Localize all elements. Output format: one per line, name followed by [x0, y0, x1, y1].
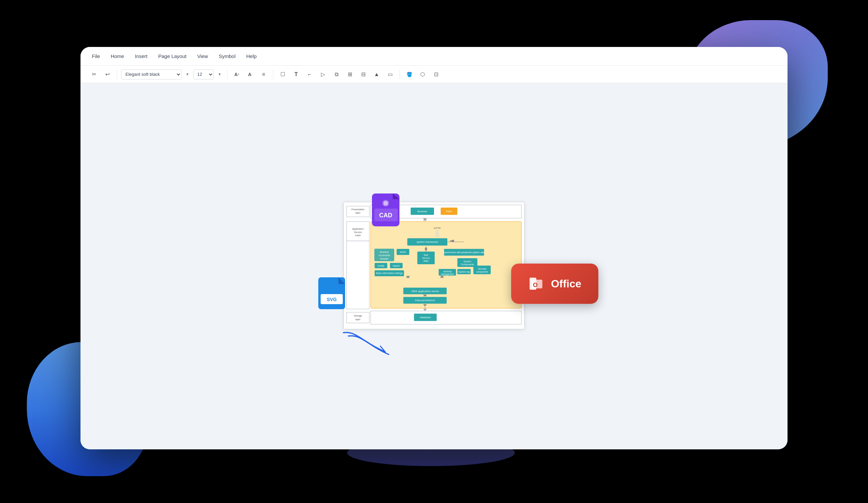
svg-rect-76: [371, 311, 521, 324]
elbow-icon[interactable]: ⌐: [304, 69, 315, 80]
svg-text:SVG: SVG: [327, 297, 337, 302]
svg-text:database: database: [420, 316, 431, 319]
svg-text:Service/: Service/: [422, 257, 430, 259]
svg-text:system framework: system framework: [416, 240, 438, 243]
menu-insert[interactable]: Insert: [134, 52, 148, 60]
align-icon[interactable]: ≡: [258, 69, 269, 80]
svg-text:PDA: PDA: [446, 210, 452, 213]
svg-text:Browser: Browser: [417, 210, 427, 213]
svg-text:Security: Security: [478, 268, 487, 270]
svg-text:component: component: [476, 271, 488, 273]
blue-arrow-decoration: [337, 329, 390, 357]
svg-file-icon: SVG: [317, 276, 357, 319]
font-name-select[interactable]: Elegant soft black: [121, 70, 182, 80]
mountain-icon[interactable]: ▲: [371, 69, 382, 80]
rect2-icon[interactable]: ▭: [385, 69, 395, 80]
shape-outline-icon[interactable]: ⬡: [417, 69, 428, 80]
svg-text:Basic information settings: Basic information settings: [376, 272, 403, 275]
fill-color-icon[interactable]: 🪣: [404, 69, 415, 80]
app-window: File Home Insert Page Layout View Symbol…: [81, 47, 787, 449]
rectangle-icon[interactable]: ☐: [277, 69, 288, 80]
toolbar-separator-3: [273, 70, 273, 79]
decrease-font-icon[interactable]: A-: [245, 69, 256, 80]
svg-text:Web: Web: [424, 254, 428, 256]
menu-home[interactable]: Home: [110, 52, 125, 60]
text-icon[interactable]: T: [291, 69, 301, 80]
canvas-area: SVG CAD: [81, 83, 787, 449]
columns-icon[interactable]: ⊟: [358, 69, 369, 80]
svg-text:Data persistence: Data persistence: [415, 299, 435, 302]
svg-text:System log: System log: [458, 271, 470, 273]
svg-text:Layer: Layer: [355, 234, 361, 237]
toolbar: ✂ ↩ Elegant soft black ▾ 12 ▾ A+ A- ≡ ☐ …: [81, 66, 787, 83]
crop-icon[interactable]: ⊡: [431, 69, 441, 80]
arrow-icon[interactable]: ▷: [318, 69, 328, 80]
diagram-wrapper: SVG CAD: [343, 202, 525, 331]
svg-text:Synchronize with peripheral sy: Synchronize with peripheral system data: [443, 251, 485, 254]
merge-icon[interactable]: ⊞: [344, 69, 355, 80]
office-label: Office: [551, 277, 581, 290]
svg-text:Presentation: Presentation: [351, 208, 364, 211]
svg-text:layer: layer: [355, 212, 361, 214]
svg-text:J2EE application server: J2EE application server: [411, 290, 439, 293]
increase-font-icon[interactable]: A+: [231, 69, 242, 80]
svg-text:CAD: CAD: [379, 212, 392, 219]
scissors-icon[interactable]: ✂: [89, 69, 99, 80]
svg-text:template: template: [380, 258, 389, 260]
svg-text:Business: Business: [380, 251, 389, 253]
svg-text:incremental: incremental: [379, 254, 390, 256]
svg-text:JDBC: JDBC: [423, 260, 429, 262]
svg-text:management: management: [441, 273, 454, 276]
svg-text:O: O: [533, 282, 538, 289]
menu-symbol[interactable]: Symbol: [218, 52, 236, 60]
cad-file-icon: CAD: [370, 192, 407, 232]
svg-text:authority: authority: [443, 270, 452, 273]
menu-page-layout[interactable]: Page Layout: [158, 52, 187, 60]
svg-rect-8: [384, 201, 388, 205]
menu-view[interactable]: View: [197, 52, 209, 60]
svg-text:delete: delete: [400, 251, 406, 253]
font-size-select[interactable]: 12: [194, 70, 214, 80]
svg-text:Components: Components: [461, 263, 474, 266]
svg-text:Inquire: Inquire: [393, 264, 400, 267]
svg-text:HTTP: HTTP: [434, 227, 441, 230]
svg-marker-24: [436, 232, 439, 238]
toolbar-separator-2: [227, 70, 227, 79]
layers-icon[interactable]: ⧉: [331, 69, 342, 80]
svg-text:modify: modify: [378, 264, 385, 267]
office-icon: O Office: [511, 264, 598, 304]
menu-help[interactable]: Help: [246, 52, 257, 60]
menu-bar: File Home Insert Page Layout View Symbol…: [81, 47, 787, 66]
svg-text:System: System: [464, 260, 471, 263]
toolbar-separator-4: [400, 70, 400, 79]
svg-text:Application: Application: [352, 228, 364, 230]
svg-text:Service: Service: [354, 231, 362, 233]
undo-icon[interactable]: ↩: [102, 69, 113, 80]
font-size-dropdown-icon[interactable]: ▾: [216, 69, 223, 80]
menu-file[interactable]: File: [91, 52, 101, 60]
font-dropdown-icon[interactable]: ▾: [184, 69, 191, 80]
toolbar-separator-1: [117, 70, 117, 79]
